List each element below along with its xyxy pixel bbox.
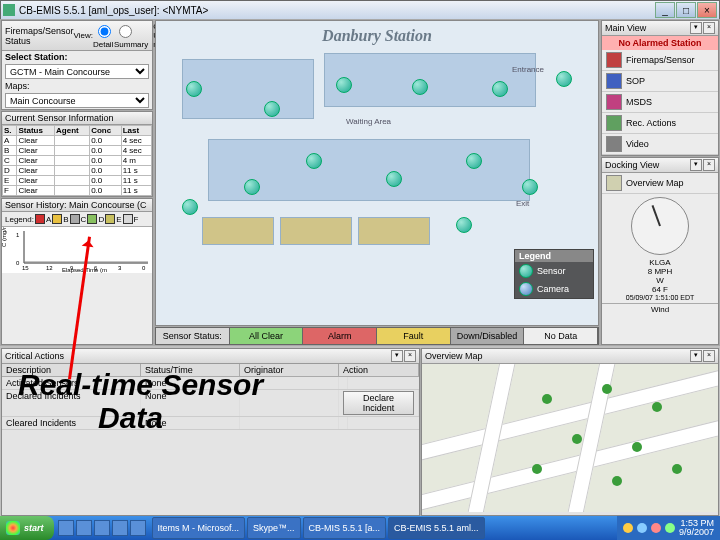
taskbar-item[interactable]: Skype™... [247, 517, 301, 539]
table-row: Activated SensorsNone [2, 377, 419, 390]
tray-icon[interactable] [623, 523, 633, 533]
system-tray[interactable]: 1:53 PM 9/9/2007 [617, 516, 720, 540]
panel-collapse-icon[interactable]: ▾ [690, 159, 702, 171]
panel-collapse-icon[interactable]: ▾ [690, 22, 702, 34]
close-button[interactable]: × [697, 2, 717, 18]
tray-icon[interactable] [651, 523, 661, 533]
panel-close-icon[interactable]: × [404, 350, 416, 362]
station-marker[interactable] [652, 402, 662, 412]
tray-icon[interactable] [665, 523, 675, 533]
sensor-table: S. Status Agent Conc Last AClear0.04 sec… [2, 125, 152, 196]
station-marker[interactable] [632, 442, 642, 452]
ql-icon[interactable] [94, 520, 110, 536]
main-view-title: Main View [605, 23, 646, 33]
station-marker[interactable] [542, 394, 552, 404]
map-label: Exit [516, 199, 529, 208]
view-detail-radio[interactable] [98, 25, 111, 38]
maximize-button[interactable]: □ [676, 2, 696, 18]
status-nodata: No Data [524, 328, 598, 344]
sensor-icon[interactable] [182, 199, 198, 215]
station-map[interactable]: Danbury Station Waiting Area Entrance Ex… [155, 20, 599, 326]
window-titlebar: CB-EMIS 5.5.1 [aml_ops_user]: <NYMTA> _ … [0, 0, 720, 20]
minimize-button[interactable]: _ [655, 2, 675, 18]
mv-msds[interactable]: MSDS [602, 92, 718, 113]
taskbar-item[interactable]: CB-MIS 5.5.1 [a... [303, 517, 387, 539]
app-loc: <NYMTA> [162, 5, 208, 16]
wind-compass [631, 197, 689, 255]
mv-video[interactable]: Video [602, 134, 718, 155]
view-label: View: [74, 31, 93, 40]
firemap-status-panel: Firemaps/Sensor Status View: Detail Summ… [1, 20, 153, 110]
taskbar-item-active[interactable]: CB-EMIS 5.5.1 aml... [388, 517, 485, 539]
mv-sop[interactable]: SOP [602, 71, 718, 92]
windows-logo-icon [6, 521, 20, 535]
legend-swatch [87, 214, 97, 224]
firemap-icon [606, 52, 622, 68]
panel-collapse-icon[interactable]: ▾ [690, 350, 702, 362]
station-marker[interactable] [612, 476, 622, 486]
map-label: Entrance [512, 65, 544, 74]
sensor-history-panel: Sensor History: Main Concourse (C Legend… [1, 198, 153, 345]
panel-close-icon[interactable]: × [703, 350, 715, 362]
table-row: FClear0.011 s [3, 186, 152, 196]
station-marker[interactable] [532, 464, 542, 474]
sensor-info-title: Current Sensor Information [5, 113, 114, 123]
mv-firemap[interactable]: Firemaps/Sensor [602, 50, 718, 71]
station-marker[interactable] [602, 384, 612, 394]
sensor-icon[interactable] [412, 79, 428, 95]
wind-loc: KLGA [602, 258, 718, 267]
sensor-icon[interactable] [466, 153, 482, 169]
mini-map-icon [606, 175, 622, 191]
legend-label: Legend: [5, 215, 34, 224]
table-row: CClear0.04 m [3, 156, 152, 166]
sensor-icon[interactable] [336, 77, 352, 93]
no-alarm-banner: No Alarmed Station [602, 36, 718, 50]
panel-close-icon[interactable]: × [703, 22, 715, 34]
map-select[interactable]: Main Concourse [5, 93, 149, 108]
ql-icon[interactable] [76, 520, 92, 536]
sensor-icon[interactable] [306, 153, 322, 169]
status-allclear: All Clear [230, 328, 304, 344]
sensor-icon[interactable] [186, 81, 202, 97]
start-button[interactable]: start [0, 516, 54, 540]
legend-swatch [35, 214, 45, 224]
svg-text:12: 12 [46, 265, 53, 271]
svg-text:Elapsed Time (m: Elapsed Time (m [62, 267, 107, 273]
view-summary-radio[interactable] [119, 25, 132, 38]
station-marker[interactable] [672, 464, 682, 474]
station-select[interactable]: GCTM - Main Concourse [5, 64, 149, 79]
history-title: Sensor History: Main Concourse (C [5, 200, 147, 210]
clock-date: 9/9/2007 [679, 528, 714, 537]
video-icon [606, 136, 622, 152]
sensor-icon[interactable] [386, 171, 402, 187]
station-marker[interactable] [572, 434, 582, 444]
sensor-icon[interactable] [556, 71, 572, 87]
panel-collapse-icon[interactable]: ▾ [391, 350, 403, 362]
status-fault: Fault [377, 328, 451, 344]
mv-rec-actions[interactable]: Rec. Actions [602, 113, 718, 134]
overview-map-item[interactable]: Overview Map [602, 173, 718, 194]
ql-icon[interactable] [58, 520, 74, 536]
wind-temp: 64 F [602, 285, 718, 294]
ql-icon[interactable] [130, 520, 146, 536]
docking-view-panel: Docking View▾× Overview Map KLGA 8 MPH W… [601, 157, 719, 345]
legend-swatch [123, 214, 133, 224]
sensor-icon[interactable] [492, 81, 508, 97]
table-row: Declared IncidentsNoneDeclare Incident [2, 390, 419, 417]
actions-icon [606, 115, 622, 131]
ql-icon[interactable] [112, 520, 128, 536]
legend-swatch [105, 214, 115, 224]
overview-map-panel: Overview Map▾× [421, 348, 719, 516]
taskbar-item[interactable]: Items M - Microsof... [152, 517, 246, 539]
overview-map[interactable] [422, 364, 718, 512]
tray-icon[interactable] [637, 523, 647, 533]
sensor-icon[interactable] [456, 217, 472, 233]
main-view-panel: Main View▾× No Alarmed Station Firemaps/… [601, 20, 719, 156]
sensor-icon[interactable] [244, 179, 260, 195]
sensor-icon[interactable] [522, 179, 538, 195]
panel-close-icon[interactable]: × [703, 159, 715, 171]
maps-label: Maps: [5, 81, 30, 91]
legend-swatch [70, 214, 80, 224]
sensor-icon[interactable] [264, 101, 280, 117]
declare-incident-button[interactable]: Declare Incident [343, 391, 414, 415]
